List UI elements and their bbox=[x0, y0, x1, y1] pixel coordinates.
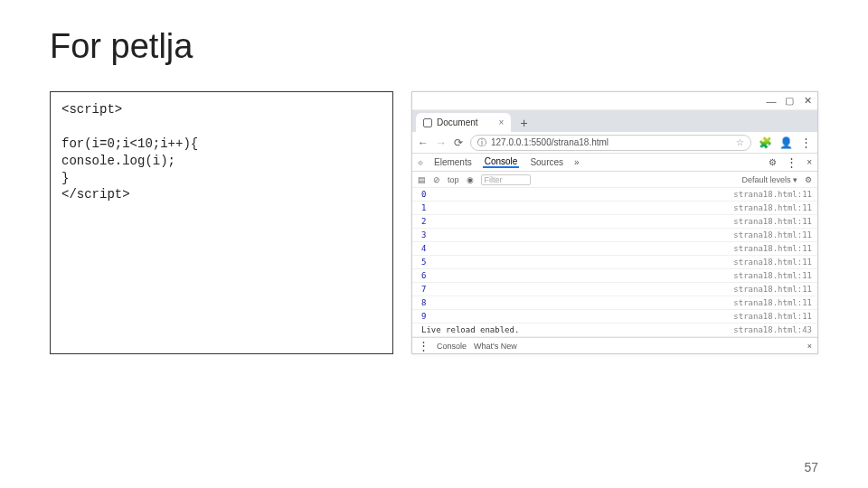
drawer-menu-icon[interactable]: ⋮ bbox=[418, 339, 429, 352]
log-source[interactable]: strana18.html:11 bbox=[733, 230, 812, 239]
devtools-menu-icon[interactable]: ⋮ bbox=[786, 155, 797, 169]
log-value: 7 bbox=[418, 285, 454, 294]
drawer-tab-whatsnew[interactable]: What's New bbox=[474, 342, 517, 351]
page-number: 57 bbox=[804, 460, 818, 474]
context-selector[interactable]: top bbox=[448, 175, 459, 184]
window-titlebar: — ▢ ✕ bbox=[412, 92, 817, 110]
extension-icon[interactable]: 🧩 bbox=[759, 136, 772, 149]
log-source[interactable]: strana18.html:11 bbox=[733, 271, 812, 280]
log-value: 5 bbox=[418, 258, 454, 267]
levels-selector[interactable]: Default levels ▾ bbox=[741, 175, 797, 184]
new-tab-button[interactable]: + bbox=[514, 116, 533, 130]
browser-tab[interactable]: Document × bbox=[416, 113, 511, 132]
log-row: 3strana18.html:11 bbox=[412, 229, 817, 242]
log-source[interactable]: strana18.html:11 bbox=[733, 312, 812, 321]
log-value: 4 bbox=[418, 244, 454, 253]
eye-icon[interactable]: ◉ bbox=[467, 175, 474, 184]
log-value: Live reload enabled. bbox=[418, 325, 519, 334]
forward-icon[interactable]: → bbox=[436, 136, 447, 149]
info-icon: ⓘ bbox=[477, 136, 486, 149]
drawer-tab-console[interactable]: Console bbox=[437, 342, 467, 351]
console-filter-bar: ▤ ⊘ top ◉ Filter Default levels ▾ ⚙ bbox=[412, 172, 817, 188]
more-tabs-icon[interactable]: » bbox=[574, 157, 580, 167]
tab-sources[interactable]: Sources bbox=[528, 157, 565, 167]
tab-close-icon[interactable]: × bbox=[499, 117, 505, 127]
log-source[interactable]: strana18.html:11 bbox=[733, 190, 812, 199]
log-value: 1 bbox=[418, 203, 454, 212]
log-row: 4strana18.html:11 bbox=[412, 242, 817, 256]
url-field[interactable]: ⓘ 127.0.0.1:5500/strana18.html ☆ bbox=[470, 135, 751, 151]
close-icon: ✕ bbox=[803, 97, 812, 106]
minimize-icon: — bbox=[767, 97, 776, 106]
log-source[interactable]: strana18.html:11 bbox=[733, 203, 812, 212]
log-source[interactable]: strana18.html:11 bbox=[733, 258, 812, 267]
log-value: 3 bbox=[418, 230, 454, 239]
favicon-icon bbox=[423, 118, 432, 127]
settings-gear-icon[interactable]: ⚙ bbox=[805, 175, 812, 184]
address-bar: ← → ⟳ ⓘ 127.0.0.1:5500/strana18.html ☆ 🧩… bbox=[412, 132, 817, 154]
tab-elements[interactable]: Elements bbox=[432, 157, 474, 167]
console-log-area: 0strana18.html:11 1strana18.html:11 2str… bbox=[412, 188, 817, 337]
inspect-icon[interactable]: ⟐ bbox=[418, 157, 423, 167]
devtools-close-icon[interactable]: × bbox=[807, 157, 812, 167]
log-value: 0 bbox=[418, 190, 454, 199]
log-value: 9 bbox=[418, 312, 454, 321]
log-source[interactable]: strana18.html:43 bbox=[733, 325, 812, 334]
tab-title: Document bbox=[437, 117, 478, 127]
log-row: 9strana18.html:11 bbox=[412, 310, 817, 324]
log-row: 2strana18.html:11 bbox=[412, 215, 817, 229]
maximize-icon: ▢ bbox=[785, 97, 794, 106]
back-icon[interactable]: ← bbox=[418, 136, 429, 149]
devtools-drawer: ⋮ Console What's New × bbox=[412, 337, 817, 353]
slide: For petlja <script> for(i=0;i<10;i++){ c… bbox=[0, 0, 868, 488]
profile-icon[interactable]: 👤 bbox=[779, 136, 793, 149]
log-row: 5strana18.html:11 bbox=[412, 256, 817, 269]
log-row: 8strana18.html:11 bbox=[412, 296, 817, 310]
log-source[interactable]: strana18.html:11 bbox=[733, 244, 812, 253]
url-text: 127.0.0.1:5500/strana18.html bbox=[491, 137, 609, 147]
slide-title: For petlja bbox=[50, 27, 818, 66]
browser-screenshot: — ▢ ✕ Document × + ← → ⟳ ⓘ 127.0.0.1:550… bbox=[411, 91, 818, 354]
log-value: 6 bbox=[418, 271, 454, 280]
reload-icon[interactable]: ⟳ bbox=[454, 136, 463, 149]
log-source[interactable]: strana18.html:11 bbox=[733, 217, 812, 226]
sidebar-toggle-icon[interactable]: ▤ bbox=[418, 175, 426, 184]
tab-console[interactable]: Console bbox=[483, 156, 520, 168]
clear-console-icon[interactable]: ⊘ bbox=[433, 175, 440, 184]
code-block: <script> for(i=0;i<10;i++){ console.log(… bbox=[50, 91, 393, 354]
log-row: 0strana18.html:11 bbox=[412, 188, 817, 202]
drawer-close-icon[interactable]: × bbox=[807, 342, 812, 351]
filter-placeholder: Filter bbox=[485, 175, 503, 184]
log-row: 7strana18.html:11 bbox=[412, 283, 817, 296]
filter-input[interactable]: Filter bbox=[481, 174, 531, 185]
log-value: 8 bbox=[418, 298, 454, 307]
bookmark-icon[interactable]: ☆ bbox=[736, 137, 744, 147]
log-value: 2 bbox=[418, 217, 454, 226]
menu-icon[interactable]: ⋮ bbox=[800, 136, 812, 149]
log-row: 6strana18.html:11 bbox=[412, 269, 817, 283]
browser-tabstrip: Document × + bbox=[412, 110, 817, 132]
log-row: 1strana18.html:11 bbox=[412, 202, 817, 215]
log-source[interactable]: strana18.html:11 bbox=[733, 285, 812, 294]
log-row: Live reload enabled.strana18.html:43 bbox=[412, 324, 817, 337]
content-row: <script> for(i=0;i<10;i++){ console.log(… bbox=[50, 91, 818, 354]
log-source[interactable]: strana18.html:11 bbox=[733, 298, 812, 307]
devtools-tabbar: ⟐ Elements Console Sources » ⚙ ⋮ × bbox=[412, 154, 817, 172]
settings-icon[interactable]: ⚙ bbox=[769, 157, 777, 167]
